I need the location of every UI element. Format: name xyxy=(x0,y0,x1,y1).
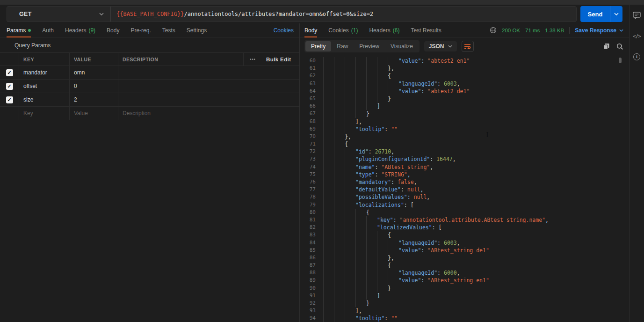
param-key[interactable]: size xyxy=(23,96,33,103)
row-checkbox[interactable] xyxy=(6,83,13,90)
tab-headers[interactable]: Headers(9) xyxy=(65,23,95,37)
code-lines: 60"value": "abtest2 en1"61},62{63"langua… xyxy=(300,57,629,322)
send-label[interactable]: Send xyxy=(580,6,610,22)
line-number: 79 xyxy=(300,201,316,209)
url-variable: {{BASE_PATH_CONFIG}} xyxy=(116,11,184,17)
view-tab-pretty[interactable]: Pretty xyxy=(305,41,331,51)
tab-pre-req[interactable]: Pre-req. xyxy=(130,23,151,37)
row-checkbox[interactable] xyxy=(6,96,13,103)
line-number: 66 xyxy=(300,102,316,110)
save-response-button[interactable]: Save Response xyxy=(575,27,623,34)
view-tab-visualize[interactable]: Visualize xyxy=(385,41,419,51)
tab-settings[interactable]: Settings xyxy=(187,23,207,37)
param-value[interactable]: omn xyxy=(74,69,85,76)
line-number: 68 xyxy=(300,118,316,125)
row-checkbox[interactable] xyxy=(6,69,13,76)
param-key[interactable]: offset xyxy=(23,83,37,89)
method-select[interactable]: GET xyxy=(7,7,111,22)
header-value: VALUE xyxy=(69,53,118,66)
line-number: 94 xyxy=(300,315,316,322)
network-globe-icon[interactable] xyxy=(490,27,497,34)
param-description-placeholder[interactable]: Description xyxy=(123,110,151,117)
code-line: 85"value": "ABtest_string de1" xyxy=(300,247,629,254)
line-number: 82 xyxy=(300,224,316,231)
code-line: 65} xyxy=(300,95,629,102)
code-line: 67} xyxy=(300,110,629,117)
code-line: 79"localizations": [ xyxy=(300,201,629,209)
param-value[interactable]: 2 xyxy=(74,96,77,103)
tab-test-results[interactable]: Test Results xyxy=(411,23,441,37)
info-icon[interactable]: i xyxy=(633,52,641,61)
divider xyxy=(569,27,570,34)
cookies-link[interactable]: Cookies xyxy=(274,27,294,34)
param-value-placeholder[interactable]: Value xyxy=(74,110,88,117)
line-number: 89 xyxy=(300,277,316,284)
code-line: 64"value": "abtest2 de1" xyxy=(300,88,629,95)
code-line: 78"possibleValues": null, xyxy=(300,193,629,201)
tab-body[interactable]: Body xyxy=(107,23,119,37)
scrollbar-thumb[interactable] xyxy=(619,58,622,63)
response-body-viewer[interactable]: 60"value": "abtest2 en1"61},62{63"langua… xyxy=(300,55,629,322)
line-number: 92 xyxy=(300,300,316,307)
tab-tests[interactable]: Tests xyxy=(162,23,175,37)
send-options-caret[interactable] xyxy=(610,6,622,22)
request-bar: GET {{BASE_PATH_CONFIG}}/annotationtools… xyxy=(0,5,629,23)
code-line: 66] xyxy=(300,102,629,110)
line-number: 67 xyxy=(300,110,316,117)
tab-label: Params xyxy=(7,27,26,34)
tab-resp-cookies[interactable]: Cookies(1) xyxy=(328,23,358,37)
comment-icon[interactable] xyxy=(633,11,641,20)
param-value[interactable]: 0 xyxy=(74,83,77,89)
view-tab-preview[interactable]: Preview xyxy=(354,41,385,51)
tab-params[interactable]: Params xyxy=(7,23,31,37)
more-options-icon[interactable]: ••• xyxy=(243,53,262,66)
code-line: 63"languageId": 6003, xyxy=(300,80,629,88)
copy-icon[interactable] xyxy=(603,43,610,50)
code-line: 81"key": "annotationtool.attribute.ABtes… xyxy=(300,216,629,224)
toolbar-right-icons xyxy=(603,43,623,50)
search-icon[interactable] xyxy=(616,43,623,50)
table-row-placeholder: Key Value Description xyxy=(0,107,299,120)
header-key: KEY xyxy=(19,53,69,66)
tab-resp-headers[interactable]: Headers(6) xyxy=(369,23,399,37)
wrap-text-icon[interactable] xyxy=(462,41,474,52)
params-dot xyxy=(28,29,31,32)
send-button[interactable]: Send xyxy=(580,6,622,22)
code-line: 83{ xyxy=(300,231,629,239)
code-line: 60"value": "abtest2 en1" xyxy=(300,57,629,65)
code-line: 88"languageId": 6000, xyxy=(300,269,629,277)
code-line: 89"value": "ABtest_string en1" xyxy=(300,277,629,284)
line-number: 77 xyxy=(300,186,316,193)
code-icon[interactable]: </> xyxy=(633,32,641,40)
tab-auth[interactable]: Auth xyxy=(42,23,54,37)
request-tabs: Params Auth Headers(9) Body Pre-req. Tes… xyxy=(0,23,299,37)
line-number: 80 xyxy=(300,209,316,216)
param-key-placeholder[interactable]: Key xyxy=(23,110,33,117)
code-line: 91] xyxy=(300,292,629,300)
tab-resp-body[interactable]: Body xyxy=(304,23,317,37)
line-number: 73 xyxy=(300,155,316,163)
line-number: 72 xyxy=(300,148,316,155)
line-number: 87 xyxy=(300,262,316,269)
url-input[interactable]: {{BASE_PATH_CONFIG}}/annotationtools/att… xyxy=(111,11,576,17)
line-number: 74 xyxy=(300,163,316,171)
query-params-title: Query Params xyxy=(0,37,299,51)
response-status-cluster: 200 OK 71 ms 1.38 KB Save Response xyxy=(490,27,623,34)
code-line: 70}, xyxy=(300,133,629,140)
line-number: 76 xyxy=(300,178,316,186)
line-number: 88 xyxy=(300,269,316,277)
format-select[interactable]: JSON xyxy=(424,41,457,51)
param-key[interactable]: mandator xyxy=(23,69,47,76)
view-tab-raw[interactable]: Raw xyxy=(331,41,354,51)
table-row: size 2 xyxy=(0,93,299,107)
code-line: 69"tooltip": "" xyxy=(300,125,629,133)
line-number: 62 xyxy=(300,72,316,80)
line-number: 69 xyxy=(300,125,316,133)
code-line: 77"defaultValue": null, xyxy=(300,186,629,193)
code-line: 73"pluginConfigurationId": 16447, xyxy=(300,155,629,163)
code-line: 61}, xyxy=(300,65,629,72)
line-number: 63 xyxy=(300,80,316,88)
bulk-edit-button[interactable]: Bulk Edit xyxy=(262,53,299,66)
code-line: 72"id": 26710, xyxy=(300,148,629,155)
code-line: 76"mandatory": false, xyxy=(300,178,629,186)
